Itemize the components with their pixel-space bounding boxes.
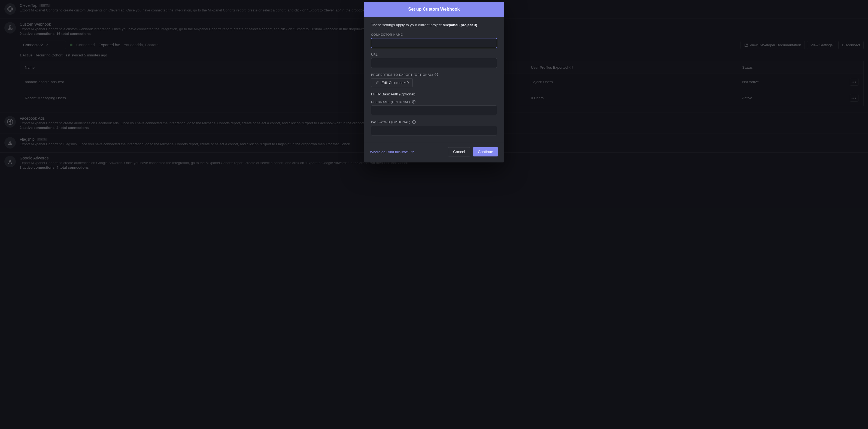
help-link-label: Where do I find this info? (370, 150, 409, 154)
setup-webhook-modal: Set up Custom Webhook These settings app… (364, 2, 504, 162)
modal-title: Set up Custom Webhook (364, 2, 504, 17)
arrow-right-icon (411, 150, 414, 153)
pencil-icon (375, 81, 379, 85)
info-icon: i (412, 120, 416, 124)
svg-text:i: i (413, 120, 414, 123)
password-label: PASSWORD (OPTIONAL) i (371, 120, 497, 124)
properties-label: PROPERTIES TO EXPORT (OPTIONAL) i (371, 73, 497, 76)
password-input[interactable] (371, 126, 497, 135)
username-label: USERNAME (OPTIONAL) i (371, 100, 497, 103)
edit-columns-button[interactable]: Edit Columns • 0 (371, 78, 413, 87)
continue-button[interactable]: Continue (473, 147, 498, 156)
help-link[interactable]: Where do I find this info? (370, 150, 414, 154)
url-input[interactable] (371, 58, 497, 68)
svg-text:i: i (436, 73, 437, 76)
connector-name-input[interactable] (371, 38, 497, 48)
cancel-button[interactable]: Cancel (448, 147, 470, 156)
info-icon: i (435, 73, 438, 76)
url-label: URL (371, 53, 497, 56)
username-input[interactable] (371, 105, 497, 115)
connector-name-label: CONNECTOR NAME (371, 33, 497, 36)
basic-auth-heading: HTTP BasicAuth (Optional) (371, 92, 497, 96)
project-context: These settings apply to your current pro… (371, 23, 497, 27)
info-icon: i (412, 100, 415, 103)
edit-columns-label: Edit Columns • 0 (381, 81, 409, 85)
svg-text:i: i (413, 100, 414, 103)
